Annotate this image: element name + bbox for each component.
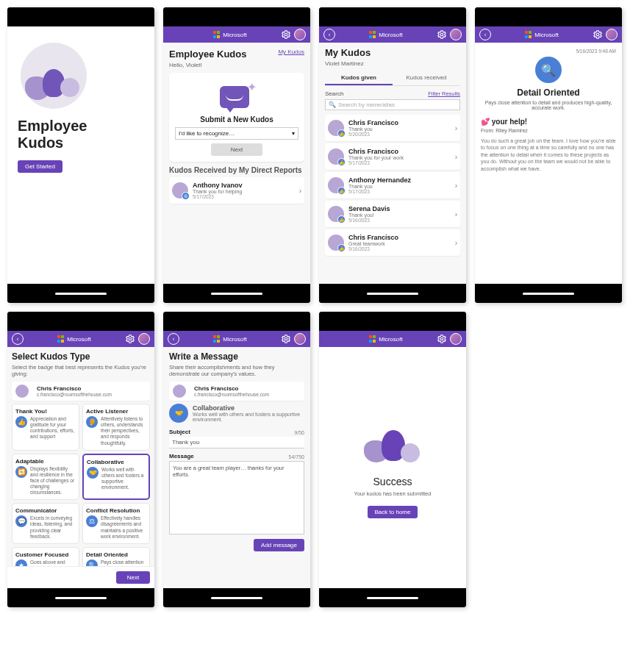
selected-user-chip: Chris Francisco c.francisco@roomsoftheho… xyxy=(169,382,304,401)
selected-user-chip: Chris Francisco c.francisco@roomsoftheho… xyxy=(12,382,150,401)
search-input[interactable]: 🔍 Search by name/alias xyxy=(325,99,460,110)
microsoft-logo-icon xyxy=(57,335,65,343)
avatar: 👍 xyxy=(328,177,344,193)
page-title: Employee Kudos xyxy=(169,49,246,60)
svg-point-3 xyxy=(129,337,132,340)
kudos-type-card[interactable]: Adaptable🔁Displays flexibility and resil… xyxy=(12,454,79,501)
type-icon: 🤝 xyxy=(87,467,99,479)
greeting: Hello, Violet! xyxy=(169,62,246,68)
screen-success: Microsoft Success Your kudos has been su… xyxy=(319,312,466,607)
settings-icon[interactable] xyxy=(125,334,135,344)
svg-point-0 xyxy=(285,33,287,36)
app-header: Microsoft xyxy=(163,26,310,43)
badge-icon: 👍 xyxy=(337,129,346,137)
kudos-row[interactable]: 👍Chris FranciscoGreat teamwork5/16/2023› xyxy=(325,229,460,256)
my-kudos-link[interactable]: My Kudos xyxy=(278,49,304,55)
svg-point-2 xyxy=(596,33,599,36)
search-label: Search xyxy=(325,90,343,97)
badge-icon: 👍 xyxy=(337,244,346,252)
microsoft-logo-icon xyxy=(213,31,221,38)
add-message-button[interactable]: Add message xyxy=(254,539,304,551)
back-button[interactable]: ‹ xyxy=(12,333,24,345)
badge-icon: ☮ xyxy=(182,192,190,200)
chevron-right-icon: › xyxy=(455,124,457,132)
settings-icon[interactable] xyxy=(281,29,291,40)
microsoft-logo-icon xyxy=(369,31,376,38)
success-subtitle: Your kudos has been submitted xyxy=(354,490,432,497)
message-count: 54/750 xyxy=(289,454,304,459)
type-icon: 🔁 xyxy=(15,466,27,478)
chevron-right-icon: › xyxy=(455,153,457,161)
chevron-right-icon: › xyxy=(455,210,457,218)
type-icon: 💬 xyxy=(15,515,27,527)
received-heading: Kudos Received by My Direct Reports xyxy=(169,166,304,174)
tab-kudos-given[interactable]: Kudos given xyxy=(325,71,393,85)
message-input[interactable]: You are a great team player… thanks for … xyxy=(169,461,304,534)
tab-kudos-received[interactable]: Kudos received xyxy=(393,71,460,85)
kudos-illustration xyxy=(21,47,94,106)
detail-oriented-icon: 🔍 xyxy=(535,57,562,83)
timestamp: 5/16/2023 9:48 AM xyxy=(481,49,616,54)
screen-kudos-detail: ‹ Microsoft 5/16/2023 9:48 AM 🔍 Detail O… xyxy=(475,7,622,303)
submit-heading: Submit a New Kudos xyxy=(175,115,298,124)
microsoft-logo-icon xyxy=(369,335,376,343)
kudos-row[interactable]: 👍Serena DavisThank you!5/16/2023› xyxy=(325,201,460,227)
kudos-type-card[interactable]: Conflict Resolution⚖Effectively handles … xyxy=(82,503,150,544)
avatar: 👍 xyxy=(328,206,344,222)
next-button[interactable]: Next xyxy=(211,143,262,156)
back-button[interactable]: ‹ xyxy=(323,29,335,40)
user-avatar[interactable] xyxy=(450,29,462,40)
user-avatar[interactable] xyxy=(138,333,150,345)
settings-icon[interactable] xyxy=(437,29,447,40)
settings-icon[interactable] xyxy=(593,29,603,40)
type-icon: ⚖ xyxy=(86,515,98,527)
get-started-button[interactable]: Get Started xyxy=(18,160,62,173)
kudos-type-card[interactable]: Active Listener👂Attentively listens to o… xyxy=(82,404,150,451)
kudos-row[interactable]: 👍Anthony HernandezThank you5/17/2023› xyxy=(325,172,460,199)
badge-icon: 👍 xyxy=(337,187,346,195)
kudos-type-card[interactable]: Communicator💬Excels in conveying ideas, … xyxy=(12,503,79,544)
message-label: Message xyxy=(169,453,194,459)
chevron-down-icon: ▾ xyxy=(292,130,295,137)
page-subtitle: Select the badge that best represents th… xyxy=(12,364,150,377)
user-avatar[interactable] xyxy=(450,333,462,345)
footer: Next xyxy=(7,566,154,588)
microsoft-logo-icon xyxy=(525,31,532,38)
avatar xyxy=(15,385,29,398)
kudos-row[interactable]: 👍Chris FranciscoThank you for your work5… xyxy=(325,143,460,170)
back-home-button[interactable]: Back to home xyxy=(368,506,418,518)
kudos-row[interactable]: ☮ Anthony Ivanov Thank you for helping 5… xyxy=(169,177,304,204)
subject-label: Subject xyxy=(169,429,190,435)
page-title: My Kudos xyxy=(325,47,460,58)
kudos-type-card[interactable]: Collaborative🤝Works well with others and… xyxy=(82,454,150,501)
new-kudos-icon: ✦ xyxy=(218,82,255,111)
subject-input[interactable]: Thank you xyxy=(169,437,304,448)
type-icon: 👍 xyxy=(15,416,27,428)
back-button[interactable]: ‹ xyxy=(168,333,179,345)
badge-icon: 👍 xyxy=(337,158,346,166)
kudos-type-card[interactable]: Thank You!👍Appreciation and gratitude fo… xyxy=(12,404,79,451)
kudos-row[interactable]: 👍Chris FranciscoThank you5/20/2023› xyxy=(325,115,460,141)
user-avatar[interactable] xyxy=(294,333,306,345)
settings-icon[interactable] xyxy=(281,334,291,344)
badge-icon: 👍 xyxy=(337,215,346,223)
success-title: Success xyxy=(373,476,412,487)
microsoft-logo-icon xyxy=(213,335,221,343)
subject-count: 9/50 xyxy=(294,430,304,435)
kudos-message: You do such a great job on the team. I l… xyxy=(481,137,616,172)
user-avatar[interactable] xyxy=(606,29,618,40)
screen-select-type: ‹ Microsoft Select Kudos Type Select the… xyxy=(7,312,154,607)
chevron-right-icon: › xyxy=(299,187,301,195)
avatar: 👍 xyxy=(328,149,344,165)
back-button[interactable]: ‹ xyxy=(479,29,491,40)
filter-link[interactable]: Filter Results xyxy=(428,90,460,97)
page-subtitle: Share their accomplishments and how they… xyxy=(169,364,304,377)
screen-home: Microsoft Employee Kudos Hello, Violet! … xyxy=(163,7,310,303)
user-avatar[interactable] xyxy=(294,29,306,40)
next-button[interactable]: Next xyxy=(116,571,150,584)
badge-desc: Pays close attention to detail and produ… xyxy=(484,100,613,110)
success-illustration xyxy=(359,417,426,468)
settings-icon[interactable] xyxy=(437,334,447,344)
page-title: Select Kudos Type xyxy=(12,351,150,362)
recognize-dropdown[interactable]: I'd like to recognize…▾ xyxy=(175,127,298,140)
